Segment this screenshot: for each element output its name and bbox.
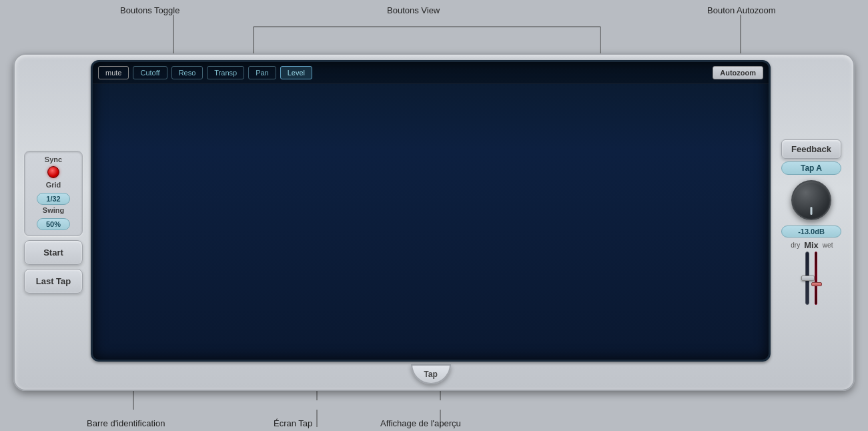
mix-label: Mix (801, 240, 821, 250)
feedback-knob[interactable] (791, 180, 831, 220)
bouton-autozoom-annotation: Bouton Autozoom (707, 5, 776, 15)
barre-identification-annotation: Barre d'identification (87, 418, 165, 428)
dry-slider-track (805, 252, 809, 305)
level-button[interactable]: Level (280, 66, 312, 79)
feedback-button[interactable]: Feedback (781, 139, 841, 159)
center-display: mute Cutoff Reso Transp Pan Level Autozo… (91, 60, 771, 384)
tap-section: Tap (91, 362, 771, 384)
left-controls: Sync Grid 1/32 Swing 50% Start Last Tap (20, 151, 87, 294)
ecran-tap-annotation: Écran Tap (274, 418, 312, 428)
swing-label: Swing (30, 206, 77, 214)
grid-value[interactable]: 1/32 (37, 193, 70, 205)
right-controls: Feedback Tap A -13.0dB dry Mix wet (775, 139, 848, 305)
dry-label: dry (781, 242, 800, 249)
sync-label: Sync (30, 155, 77, 163)
annotations-bottom: Barre d'identification Écran Tap Afficha… (0, 391, 868, 431)
tap-a-display[interactable]: Tap A (781, 161, 841, 175)
affichage-apercu-annotation: Affichage de l'aperçu (380, 418, 461, 428)
knob-indicator (811, 207, 813, 215)
screen-inner: mute Cutoff Reso Transp Pan Level Autozo… (93, 62, 769, 360)
plugin-body: Sync Grid 1/32 Swing 50% Start Last Tap … (13, 53, 855, 391)
wet-slider-thumb[interactable] (811, 282, 822, 286)
last-tap-button[interactable]: Last Tap (24, 269, 83, 294)
dry-slider-thumb[interactable] (801, 276, 815, 281)
grid-label: Grid (30, 181, 77, 189)
boutons-view-annotation: Boutons View (387, 5, 440, 15)
reso-button[interactable]: Reso (171, 66, 203, 79)
start-button[interactable]: Start (24, 240, 83, 265)
swing-value[interactable]: 50% (37, 218, 70, 230)
sync-led[interactable] (47, 166, 59, 178)
wet-slider-track (815, 252, 817, 305)
mix-section: dry Mix wet (781, 240, 841, 305)
sliders-row (781, 252, 841, 305)
feedback-knob-container (791, 180, 831, 220)
autozoom-button[interactable]: Autozoom (713, 66, 763, 79)
cutoff-button[interactable]: Cutoff (133, 66, 167, 79)
top-bar: mute Cutoff Reso Transp Pan Level Autozo… (93, 62, 769, 84)
tap-button[interactable]: Tap (411, 364, 451, 384)
mute-button[interactable]: mute (98, 66, 129, 79)
display-screen: mute Cutoff Reso Transp Pan Level Autozo… (91, 60, 771, 362)
pan-button[interactable]: Pan (248, 66, 276, 79)
sync-group: Sync Grid 1/32 Swing 50% (24, 151, 83, 236)
mix-header: dry Mix wet (781, 240, 841, 250)
db-display[interactable]: -13.0dB (781, 226, 841, 238)
boutons-toggle-annotation: Boutons Toggle (120, 5, 179, 15)
wet-label: wet (823, 242, 841, 249)
transp-button[interactable]: Transp (207, 66, 244, 79)
